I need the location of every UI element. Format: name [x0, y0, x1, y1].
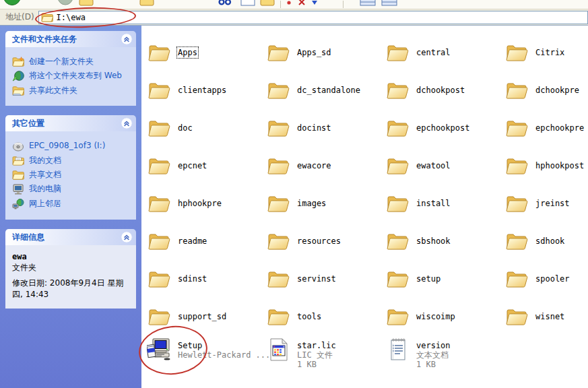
address-combobox[interactable]: I:\ewa — [38, 11, 588, 24]
sidebar-item-my-documents[interactable]: 我的文档 — [12, 155, 132, 166]
folder-item-doc[interactable]: doc — [147, 109, 266, 147]
sidebar-item-my-computer[interactable]: 我的电脑 — [12, 183, 132, 195]
folder-item-dchookpre[interactable]: dchookpre — [504, 71, 588, 109]
file-item-version[interactable]: version文本文档1 KB — [385, 335, 504, 373]
folder-icon — [504, 232, 530, 251]
details-panel-body: ewa 文件夹 修改日期: 2008年9月4日 星期四, 14:43 — [5, 245, 136, 309]
folder-item-docinst[interactable]: docinst — [266, 109, 385, 147]
window-button[interactable] — [240, 0, 255, 8]
folder-item-label: jreinst — [535, 199, 570, 208]
file-item-star.lic[interactable]: star.licLIC 文件1 KB — [266, 335, 385, 373]
sidebar-item-drive-epc[interactable]: EPC_0908_1of3 (I:) — [12, 140, 132, 152]
sidebar-item-label: 共享此文件夹 — [29, 85, 77, 96]
sidebar-item-label: 我的文档 — [29, 155, 61, 166]
folder-button[interactable] — [139, 0, 154, 8]
folder-item-sbshook[interactable]: sbshook — [385, 222, 504, 260]
chevron-up-icon[interactable] — [121, 231, 133, 243]
file-tasks-panel-header[interactable]: 文件和文件夹任务 — [5, 31, 136, 47]
details-item-name: ewa — [12, 251, 131, 262]
folder-item-hphookpost[interactable]: hphookpost — [504, 147, 588, 185]
address-bar: 地址(D) I:\ewa — [0, 9, 588, 26]
folder-item-jreinst[interactable]: jreinst — [504, 185, 588, 222]
sidebar-item-create-new-folder[interactable]: 创建一个新文件夹 — [12, 56, 132, 67]
chevron-up-icon[interactable] — [121, 117, 133, 129]
file-item-Setup[interactable]: SetupHewlett-Packard ... — [147, 335, 266, 373]
details-item-type: 文件夹 — [12, 262, 131, 273]
folder-item-dc_standalone[interactable]: dc_standalone — [266, 71, 385, 109]
folder-item-resources[interactable]: resources — [266, 222, 385, 260]
sidebar-item-label: EPC_0908_1of3 (I:) — [29, 140, 105, 151]
folder-item-setup[interactable]: setup — [385, 260, 504, 298]
folder-item-label: epchookpost — [416, 123, 469, 133]
folder-item-label: resources — [297, 236, 341, 246]
folder-item-hphookpre[interactable]: hphookpre — [147, 185, 266, 222]
folder-icon — [147, 307, 172, 326]
folder-icon — [147, 232, 172, 251]
folder-icon — [147, 156, 172, 175]
folder-item-label: Apps_sd — [297, 48, 331, 57]
folder-item-epchookpost[interactable]: epchookpost — [385, 109, 504, 147]
folder-item-readme[interactable]: readme — [147, 222, 266, 260]
my-computer-icon — [12, 184, 24, 195]
folder-icon — [385, 194, 411, 213]
folder-item-images[interactable]: images — [266, 185, 385, 222]
folders-button[interactable] — [260, 0, 275, 8]
folder-item-label: install — [416, 199, 451, 208]
sidebar-item-label: 共享文档 — [29, 169, 61, 180]
folder-icon — [504, 194, 530, 213]
folder-item-label: ewatool — [416, 161, 451, 170]
folder-item-label: sdhook — [535, 236, 564, 246]
folder-icon — [385, 81, 411, 100]
file-tasks-panel: 文件和文件夹任务 创建一个新文件夹将这个文件夹发布到 Web共享此文件夹 — [5, 31, 136, 106]
setup-app-icon — [147, 338, 172, 362]
dropdown-button[interactable] — [311, 0, 319, 8]
folder-item-label: support_sd — [178, 312, 226, 321]
folder-item-sdinst[interactable]: sdinst — [147, 260, 266, 298]
other-places-panel-body: EPC_0908_1of3 (I:)我的文档共享文档我的电脑网上邻居 — [5, 131, 136, 220]
details-item-modified: 修改日期: 2008年9月4日 星期四, 14:43 — [12, 278, 131, 300]
folder-item-servinst[interactable]: servinst — [266, 260, 385, 298]
folder-item-central[interactable]: central — [385, 34, 504, 71]
folder-item-epcnet[interactable]: epcnet — [147, 147, 266, 185]
file-item-detail: 1 KB — [416, 360, 451, 369]
folder-item-wiscoimp[interactable]: wiscoimp — [385, 298, 504, 335]
delete-button[interactable] — [298, 0, 306, 8]
folder-item-epchookpre[interactable]: epchookpre — [504, 109, 588, 147]
folder-item-support_sd[interactable]: support_sd — [147, 298, 266, 335]
search-button[interactable] — [218, 0, 232, 8]
undo-button[interactable] — [286, 0, 292, 8]
folder-item-wisnet[interactable]: wisnet — [504, 298, 588, 335]
forward-button[interactable] — [57, 0, 73, 8]
folder-icon — [504, 307, 530, 326]
folder-item-label: epcnet — [178, 161, 207, 170]
sidebar-item-network-places[interactable]: 网上邻居 — [12, 198, 132, 209]
folder-item-Citrix[interactable]: Citrix — [504, 34, 588, 71]
folder-icon — [147, 194, 172, 213]
file-tasks-panel-title: 文件和文件夹任务 — [12, 34, 77, 45]
folder-item-tools[interactable]: tools — [266, 298, 385, 335]
folder-item-Apps_sd[interactable]: Apps_sd — [266, 34, 385, 71]
file-item-text: SetupHewlett-Packard ... — [178, 341, 270, 360]
views-button[interactable] — [360, 0, 376, 8]
chevron-up-icon[interactable] — [121, 33, 133, 45]
folder-item-spooler[interactable]: spooler — [504, 260, 588, 298]
folder-item-dchookpost[interactable]: dchookpost — [385, 71, 504, 109]
other-places-panel-header[interactable]: 其它位置 — [5, 115, 136, 131]
views-button-2[interactable] — [381, 0, 397, 8]
folder-item-install[interactable]: install — [385, 185, 504, 222]
file-item-detail: 文本文档 — [416, 350, 451, 360]
details-panel-header[interactable]: 详细信息 — [5, 229, 136, 245]
sidebar-item-shared-documents[interactable]: 共享文档 — [12, 169, 132, 180]
sidebar-item-share-folder[interactable]: 共享此文件夹 — [12, 85, 132, 96]
sidebar-item-publish-to-web[interactable]: 将这个文件夹发布到 Web — [12, 70, 132, 82]
folder-item-sdhook[interactable]: sdhook — [504, 222, 588, 260]
folder-item-clientapps[interactable]: clientapps — [147, 71, 266, 109]
folder-item-label: images — [297, 199, 326, 208]
share-folder-icon — [12, 86, 24, 96]
folder-item-Apps[interactable]: Apps — [147, 34, 266, 71]
folder-item-ewacore[interactable]: ewacore — [266, 147, 385, 185]
back-button[interactable] — [3, 0, 21, 8]
folder-icon — [385, 307, 411, 326]
folder-item-ewatool[interactable]: ewatool — [385, 147, 504, 185]
up-button[interactable] — [79, 0, 94, 8]
